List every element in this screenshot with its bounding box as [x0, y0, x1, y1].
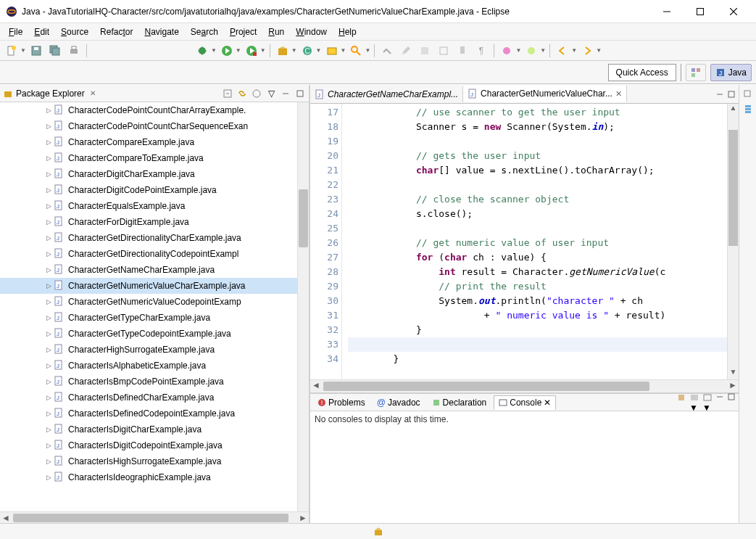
java-perspective-button[interactable]: JJava [710, 64, 752, 81]
expand-icon[interactable]: ▷ [46, 186, 54, 194]
console-pin-button[interactable] [676, 392, 686, 413]
open-type-button[interactable] [323, 43, 341, 59]
expand-icon[interactable]: ▷ [46, 139, 54, 146]
annotation-button[interactable] [498, 43, 515, 59]
expand-icon[interactable]: ▷ [46, 362, 54, 369]
expand-icon[interactable]: ▷ [46, 378, 54, 385]
console-open-button[interactable]: ▼ [702, 392, 713, 413]
console-minimize-button[interactable] [715, 392, 724, 413]
tree-item[interactable]: ▷JCharacterGetDirectionalityCodepointExa… [0, 246, 297, 262]
tree-item[interactable]: ▷JCharacterGetTypeCodepointExample.java [0, 326, 297, 342]
javadoc-tab[interactable]: @Javadoc [373, 396, 425, 409]
expand-icon[interactable]: ▷ [46, 282, 54, 289]
link-editor-button[interactable] [236, 88, 248, 99]
console-maximize-button[interactable] [727, 392, 736, 413]
tree-item[interactable]: ▷JCharacterIsDefinedCodepointExample.jav… [0, 406, 297, 421]
expand-icon[interactable]: ▷ [46, 123, 54, 130]
print-button[interactable] [65, 43, 83, 59]
tree-item[interactable]: ▷JCharacterIsBmpCodePointExample.java [0, 374, 297, 390]
editor-vertical-scrollbar[interactable]: ▲ ▼ [727, 104, 739, 379]
expand-icon[interactable]: ▷ [46, 394, 54, 401]
open-perspective-button[interactable] [686, 64, 706, 81]
expand-icon[interactable]: ▷ [46, 474, 54, 481]
view-menu-button[interactable]: ▽ [265, 88, 277, 99]
run-button[interactable] [218, 43, 236, 59]
menu-refactor[interactable]: Refactor [94, 25, 138, 38]
tree-horizontal-scrollbar[interactable]: ◄ ► [0, 511, 309, 523]
tree-item[interactable]: ▷JCharacterCodePointCountCharSequenceExa… [0, 118, 297, 134]
tree-item[interactable]: ▷JCharacterDigitCodePointExample.java [0, 182, 297, 198]
expand-icon[interactable]: ▷ [46, 266, 54, 273]
console-display-button[interactable]: ▼ [689, 392, 699, 413]
menu-search[interactable]: Search [185, 25, 224, 38]
code-editor[interactable]: 171819202122232425262728293031323334 // … [310, 104, 739, 379]
expand-icon[interactable]: ▷ [46, 330, 54, 337]
expand-icon[interactable]: ▷ [46, 410, 54, 417]
menu-navigate[interactable]: Navigate [138, 25, 184, 38]
next-annotation-button[interactable] [523, 43, 540, 59]
window-close-button[interactable] [717, 1, 750, 22]
package-explorer-close[interactable]: ✕ [88, 89, 98, 97]
wrap-button[interactable]: ¶ [473, 43, 490, 59]
collapse-all-button[interactable] [222, 88, 233, 99]
new-class-button[interactable]: C [299, 43, 316, 59]
tree-item[interactable]: ▷JCharacterIsDefinedCharExample.java [0, 390, 297, 406]
coverage-button[interactable] [243, 43, 260, 59]
menu-project[interactable]: Project [224, 25, 262, 38]
expand-icon[interactable]: ▷ [46, 155, 54, 162]
tree-item[interactable]: ▷JCharacterIsIdeographicExample.java [0, 469, 297, 485]
filters-button[interactable] [251, 88, 262, 99]
tree-item[interactable]: ▷JCharacterGetNameCharExample.java [0, 262, 297, 278]
tree-item[interactable]: ▷JCharacterIsAlphabeticExample.java [0, 358, 297, 374]
window-minimize-button[interactable] [650, 1, 684, 22]
tree-item[interactable]: ▷JCharacterIsDigitCodepointExample.java [0, 437, 297, 453]
tree-item[interactable]: ▷JCharacterCompareExample.java [0, 134, 297, 150]
task-button[interactable] [416, 43, 433, 59]
expand-icon[interactable]: ▷ [46, 170, 54, 178]
tree-item[interactable]: ▷JCharacterGetNumericValueCodepointExamp [0, 294, 297, 310]
maximize-view-button[interactable] [294, 88, 306, 99]
tree-item[interactable]: ▷JCharacterCompareToExample.java [0, 150, 297, 166]
toggle-mark-button[interactable] [378, 43, 396, 59]
expand-icon[interactable]: ▷ [46, 250, 54, 258]
expand-icon[interactable]: ▷ [46, 234, 54, 242]
debug-button[interactable] [194, 43, 211, 59]
expand-icon[interactable]: ▷ [46, 218, 54, 226]
tree-item[interactable]: ▷JCharacterHighSurrogateExample.java [0, 342, 297, 358]
forward-button[interactable] [578, 43, 596, 59]
expand-icon[interactable]: ▷ [46, 107, 54, 114]
restore-button[interactable] [743, 89, 753, 99]
window-maximize-button[interactable] [684, 1, 717, 22]
tree-item[interactable]: ▷JCharacterCodePointCountCharArrayExampl… [0, 102, 297, 118]
bookmark-button[interactable] [435, 43, 452, 59]
menu-run[interactable]: Run [262, 25, 290, 38]
new-button[interactable] [3, 43, 20, 59]
pin-button[interactable] [454, 43, 471, 59]
save-button[interactable] [28, 43, 45, 59]
console-tab-close[interactable]: ✕ [544, 398, 551, 408]
tree-item[interactable]: ▷JCharacterIsDigitCharExample.java [0, 421, 297, 437]
tree-item[interactable]: ▷JCharacterEqualsExample.java [0, 198, 297, 214]
tree-item[interactable]: ▷JCharacterGetDirectionalityCharExample.… [0, 230, 297, 246]
menu-file[interactable]: File [3, 25, 28, 38]
expand-icon[interactable]: ▷ [46, 442, 54, 449]
minimize-view-button[interactable] [280, 88, 291, 99]
outline-button[interactable] [743, 104, 753, 114]
menu-source[interactable]: Source [55, 25, 94, 38]
menu-window[interactable]: Window [290, 25, 333, 38]
back-button[interactable] [554, 43, 571, 59]
menu-edit[interactable]: Edit [28, 25, 55, 38]
editor-horizontal-scrollbar[interactable]: ◄ ► [310, 379, 739, 392]
edit-button[interactable] [397, 43, 415, 59]
expand-icon[interactable]: ▷ [46, 202, 54, 210]
expand-icon[interactable]: ▷ [46, 298, 54, 305]
editor-minimize-button[interactable] [715, 90, 724, 99]
code-area[interactable]: // use scanner to get the user input Sca… [342, 104, 727, 379]
console-tab[interactable]: Console✕ [494, 395, 556, 410]
tree-item[interactable]: ▷JCharacterGetTypeCharExample.java [0, 310, 297, 326]
save-all-button[interactable] [46, 43, 64, 59]
expand-icon[interactable]: ▷ [46, 346, 54, 353]
quick-access-input[interactable]: Quick Access [608, 64, 676, 81]
expand-icon[interactable]: ▷ [46, 426, 54, 433]
tree-item[interactable]: ▷JCharacterDigitCharExample.java [0, 166, 297, 182]
